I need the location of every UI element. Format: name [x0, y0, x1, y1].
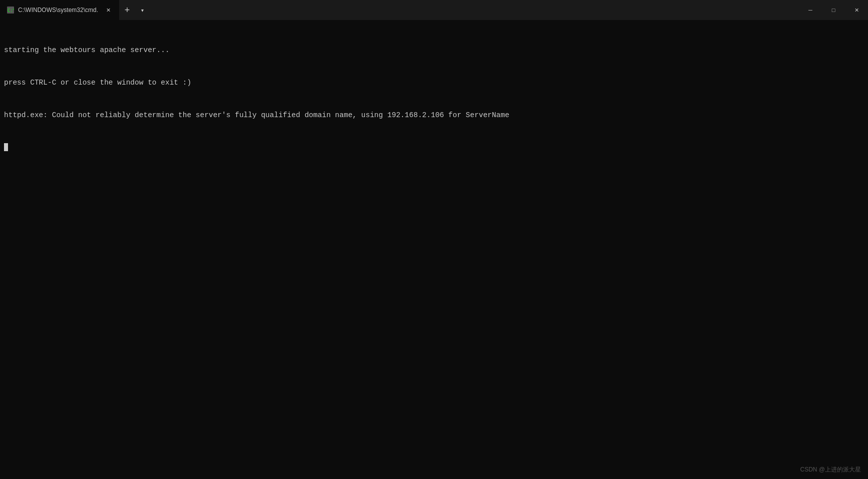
minimize-button[interactable]: ─	[799, 0, 822, 20]
maximize-button[interactable]: □	[822, 0, 845, 20]
terminal-body[interactable]: starting the webtours apache server... p…	[0, 20, 868, 479]
terminal-line-2: press CTRL-C or close the window to exit…	[4, 78, 864, 89]
terminal-line-1: starting the webtours apache server...	[4, 45, 864, 56]
cursor-line	[4, 143, 864, 151]
terminal-output: starting the webtours apache server... p…	[4, 23, 864, 173]
window-controls: ─ □ ✕	[799, 0, 868, 20]
new-tab-button[interactable]: +	[119, 2, 135, 18]
titlebar: C:\ C:\WINDOWS\system32\cmd. ✕ + ▾ ─ □ ✕	[0, 0, 868, 20]
tab-title: C:\WINDOWS\system32\cmd.	[18, 7, 98, 14]
cmd-icon: C:\	[7, 7, 14, 14]
dropdown-button[interactable]: ▾	[135, 3, 149, 17]
terminal-window: C:\ C:\WINDOWS\system32\cmd. ✕ + ▾ ─ □ ✕…	[0, 0, 868, 479]
watermark: CSDN @上进的派大星	[800, 465, 861, 474]
terminal-cursor	[4, 143, 8, 151]
terminal-line-3: httpd.exe: Could not reliably determine …	[4, 110, 864, 121]
tab-close-button[interactable]: ✕	[104, 6, 112, 14]
active-tab[interactable]: C:\ C:\WINDOWS\system32\cmd. ✕	[0, 0, 119, 20]
svg-text:C:\: C:\	[8, 8, 14, 13]
close-button[interactable]: ✕	[845, 0, 868, 20]
